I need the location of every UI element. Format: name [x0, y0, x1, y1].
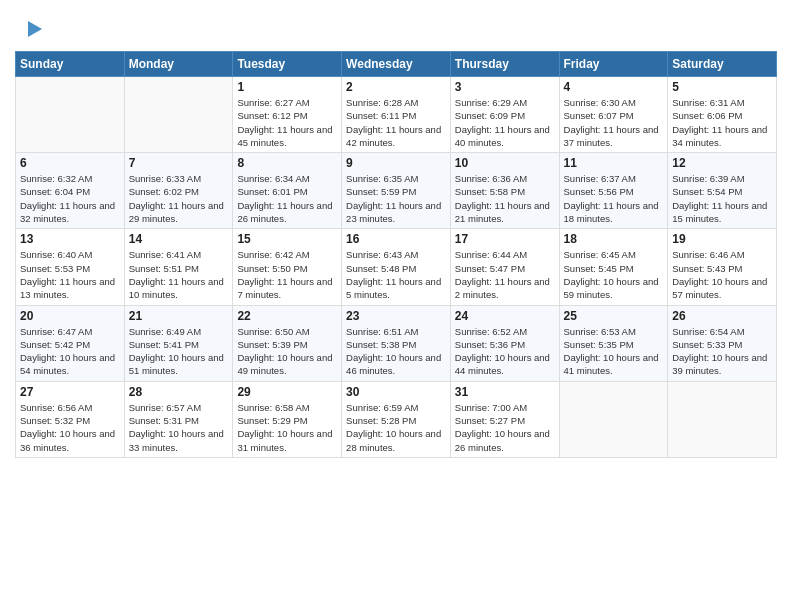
weekday-header-sunday: Sunday: [16, 52, 125, 77]
day-number: 25: [564, 309, 664, 323]
day-info: Sunrise: 6:53 AM Sunset: 5:35 PM Dayligh…: [564, 325, 664, 378]
day-number: 28: [129, 385, 229, 399]
calendar: SundayMondayTuesdayWednesdayThursdayFrid…: [15, 51, 777, 458]
day-cell: 18Sunrise: 6:45 AM Sunset: 5:45 PM Dayli…: [559, 229, 668, 305]
week-row-4: 20Sunrise: 6:47 AM Sunset: 5:42 PM Dayli…: [16, 305, 777, 381]
day-number: 11: [564, 156, 664, 170]
logo: [15, 15, 46, 43]
day-info: Sunrise: 6:30 AM Sunset: 6:07 PM Dayligh…: [564, 96, 664, 149]
day-cell: 25Sunrise: 6:53 AM Sunset: 5:35 PM Dayli…: [559, 305, 668, 381]
day-cell: 16Sunrise: 6:43 AM Sunset: 5:48 PM Dayli…: [342, 229, 451, 305]
day-info: Sunrise: 6:28 AM Sunset: 6:11 PM Dayligh…: [346, 96, 446, 149]
day-number: 31: [455, 385, 555, 399]
day-number: 4: [564, 80, 664, 94]
weekday-header-saturday: Saturday: [668, 52, 777, 77]
day-info: Sunrise: 6:31 AM Sunset: 6:06 PM Dayligh…: [672, 96, 772, 149]
day-cell: 10Sunrise: 6:36 AM Sunset: 5:58 PM Dayli…: [450, 153, 559, 229]
day-cell: 1Sunrise: 6:27 AM Sunset: 6:12 PM Daylig…: [233, 77, 342, 153]
day-number: 9: [346, 156, 446, 170]
header: [15, 10, 777, 43]
day-info: Sunrise: 6:29 AM Sunset: 6:09 PM Dayligh…: [455, 96, 555, 149]
week-row-5: 27Sunrise: 6:56 AM Sunset: 5:32 PM Dayli…: [16, 381, 777, 457]
day-info: Sunrise: 6:50 AM Sunset: 5:39 PM Dayligh…: [237, 325, 337, 378]
day-cell: 31Sunrise: 7:00 AM Sunset: 5:27 PM Dayli…: [450, 381, 559, 457]
day-cell: 9Sunrise: 6:35 AM Sunset: 5:59 PM Daylig…: [342, 153, 451, 229]
day-number: 17: [455, 232, 555, 246]
day-cell: 23Sunrise: 6:51 AM Sunset: 5:38 PM Dayli…: [342, 305, 451, 381]
day-info: Sunrise: 6:51 AM Sunset: 5:38 PM Dayligh…: [346, 325, 446, 378]
day-number: 20: [20, 309, 120, 323]
day-info: Sunrise: 6:57 AM Sunset: 5:31 PM Dayligh…: [129, 401, 229, 454]
day-cell: 19Sunrise: 6:46 AM Sunset: 5:43 PM Dayli…: [668, 229, 777, 305]
day-number: 12: [672, 156, 772, 170]
day-info: Sunrise: 6:36 AM Sunset: 5:58 PM Dayligh…: [455, 172, 555, 225]
day-cell: 5Sunrise: 6:31 AM Sunset: 6:06 PM Daylig…: [668, 77, 777, 153]
day-number: 23: [346, 309, 446, 323]
logo-icon: [18, 15, 46, 43]
day-cell: 15Sunrise: 6:42 AM Sunset: 5:50 PM Dayli…: [233, 229, 342, 305]
day-number: 2: [346, 80, 446, 94]
day-cell: 3Sunrise: 6:29 AM Sunset: 6:09 PM Daylig…: [450, 77, 559, 153]
day-info: Sunrise: 6:34 AM Sunset: 6:01 PM Dayligh…: [237, 172, 337, 225]
day-info: Sunrise: 6:35 AM Sunset: 5:59 PM Dayligh…: [346, 172, 446, 225]
day-info: Sunrise: 6:27 AM Sunset: 6:12 PM Dayligh…: [237, 96, 337, 149]
day-number: 6: [20, 156, 120, 170]
day-number: 21: [129, 309, 229, 323]
week-row-1: 1Sunrise: 6:27 AM Sunset: 6:12 PM Daylig…: [16, 77, 777, 153]
day-info: Sunrise: 6:46 AM Sunset: 5:43 PM Dayligh…: [672, 248, 772, 301]
day-info: Sunrise: 6:42 AM Sunset: 5:50 PM Dayligh…: [237, 248, 337, 301]
week-row-3: 13Sunrise: 6:40 AM Sunset: 5:53 PM Dayli…: [16, 229, 777, 305]
day-cell: [668, 381, 777, 457]
day-cell: 22Sunrise: 6:50 AM Sunset: 5:39 PM Dayli…: [233, 305, 342, 381]
day-cell: 2Sunrise: 6:28 AM Sunset: 6:11 PM Daylig…: [342, 77, 451, 153]
day-number: 24: [455, 309, 555, 323]
day-cell: 30Sunrise: 6:59 AM Sunset: 5:28 PM Dayli…: [342, 381, 451, 457]
day-cell: 13Sunrise: 6:40 AM Sunset: 5:53 PM Dayli…: [16, 229, 125, 305]
day-cell: 12Sunrise: 6:39 AM Sunset: 5:54 PM Dayli…: [668, 153, 777, 229]
day-info: Sunrise: 6:44 AM Sunset: 5:47 PM Dayligh…: [455, 248, 555, 301]
day-info: Sunrise: 6:47 AM Sunset: 5:42 PM Dayligh…: [20, 325, 120, 378]
day-cell: [124, 77, 233, 153]
weekday-header-tuesday: Tuesday: [233, 52, 342, 77]
day-info: Sunrise: 6:58 AM Sunset: 5:29 PM Dayligh…: [237, 401, 337, 454]
day-number: 16: [346, 232, 446, 246]
day-info: Sunrise: 6:32 AM Sunset: 6:04 PM Dayligh…: [20, 172, 120, 225]
weekday-header-thursday: Thursday: [450, 52, 559, 77]
day-cell: 26Sunrise: 6:54 AM Sunset: 5:33 PM Dayli…: [668, 305, 777, 381]
day-cell: [16, 77, 125, 153]
day-cell: 20Sunrise: 6:47 AM Sunset: 5:42 PM Dayli…: [16, 305, 125, 381]
day-number: 14: [129, 232, 229, 246]
day-cell: 4Sunrise: 6:30 AM Sunset: 6:07 PM Daylig…: [559, 77, 668, 153]
day-number: 5: [672, 80, 772, 94]
day-number: 18: [564, 232, 664, 246]
day-number: 1: [237, 80, 337, 94]
day-info: Sunrise: 6:56 AM Sunset: 5:32 PM Dayligh…: [20, 401, 120, 454]
page: SundayMondayTuesdayWednesdayThursdayFrid…: [0, 0, 792, 612]
day-cell: 6Sunrise: 6:32 AM Sunset: 6:04 PM Daylig…: [16, 153, 125, 229]
day-cell: 29Sunrise: 6:58 AM Sunset: 5:29 PM Dayli…: [233, 381, 342, 457]
day-info: Sunrise: 6:40 AM Sunset: 5:53 PM Dayligh…: [20, 248, 120, 301]
day-number: 7: [129, 156, 229, 170]
weekday-header-monday: Monday: [124, 52, 233, 77]
day-cell: 27Sunrise: 6:56 AM Sunset: 5:32 PM Dayli…: [16, 381, 125, 457]
weekday-header-row: SundayMondayTuesdayWednesdayThursdayFrid…: [16, 52, 777, 77]
day-info: Sunrise: 6:41 AM Sunset: 5:51 PM Dayligh…: [129, 248, 229, 301]
day-number: 26: [672, 309, 772, 323]
day-cell: 28Sunrise: 6:57 AM Sunset: 5:31 PM Dayli…: [124, 381, 233, 457]
day-number: 30: [346, 385, 446, 399]
day-info: Sunrise: 6:59 AM Sunset: 5:28 PM Dayligh…: [346, 401, 446, 454]
day-number: 27: [20, 385, 120, 399]
day-number: 13: [20, 232, 120, 246]
day-cell: 21Sunrise: 6:49 AM Sunset: 5:41 PM Dayli…: [124, 305, 233, 381]
day-cell: 7Sunrise: 6:33 AM Sunset: 6:02 PM Daylig…: [124, 153, 233, 229]
svg-marker-0: [28, 21, 42, 37]
day-info: Sunrise: 6:43 AM Sunset: 5:48 PM Dayligh…: [346, 248, 446, 301]
day-info: Sunrise: 7:00 AM Sunset: 5:27 PM Dayligh…: [455, 401, 555, 454]
week-row-2: 6Sunrise: 6:32 AM Sunset: 6:04 PM Daylig…: [16, 153, 777, 229]
weekday-header-friday: Friday: [559, 52, 668, 77]
day-cell: 24Sunrise: 6:52 AM Sunset: 5:36 PM Dayli…: [450, 305, 559, 381]
day-number: 10: [455, 156, 555, 170]
day-info: Sunrise: 6:33 AM Sunset: 6:02 PM Dayligh…: [129, 172, 229, 225]
day-number: 29: [237, 385, 337, 399]
day-info: Sunrise: 6:49 AM Sunset: 5:41 PM Dayligh…: [129, 325, 229, 378]
